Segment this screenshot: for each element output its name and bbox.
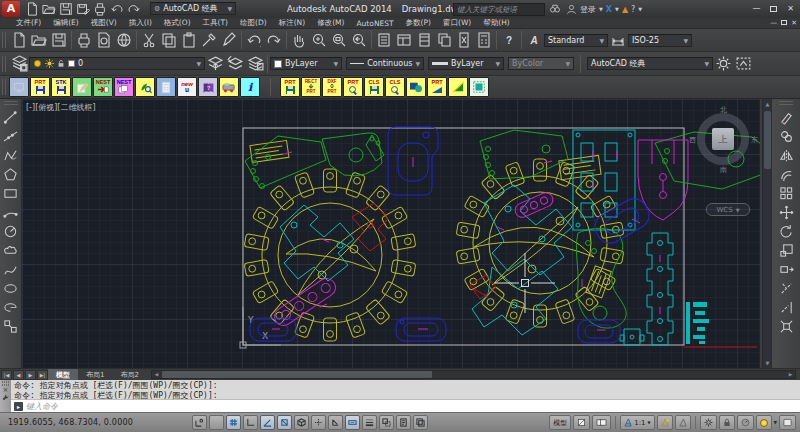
qat-saveas-button[interactable] bbox=[75, 1, 91, 17]
doc-minimize-button[interactable]: — bbox=[770, 20, 777, 27]
polygon-button[interactable] bbox=[2, 165, 20, 183]
plot-preview-button[interactable] bbox=[94, 30, 114, 50]
signin-label[interactable]: 登录 bbox=[580, 4, 596, 15]
menu-edit[interactable]: 编辑(E) bbox=[47, 18, 85, 28]
nest-shapes-button[interactable] bbox=[406, 77, 426, 97]
prt-view-button[interactable]: PRT bbox=[343, 77, 363, 97]
menu-view[interactable]: 视图(V) bbox=[85, 18, 123, 28]
ortho-mode-toggle[interactable] bbox=[243, 415, 258, 430]
search-button[interactable] bbox=[548, 2, 562, 16]
open-button[interactable] bbox=[29, 30, 49, 50]
object-snap-toggle[interactable] bbox=[277, 415, 292, 430]
construction-line-button[interactable] bbox=[2, 127, 20, 145]
annotation-visibility-button[interactable] bbox=[657, 415, 673, 430]
tab-last-button[interactable]: ▶| bbox=[37, 370, 48, 380]
doc-restore-button[interactable] bbox=[781, 20, 787, 27]
erase-button[interactable] bbox=[777, 108, 795, 126]
drawing-canvas[interactable]: [-][俯视][二维线框] Y X bbox=[22, 99, 760, 368]
dynamic-input-toggle[interactable] bbox=[345, 415, 360, 430]
layer-previous-button[interactable] bbox=[225, 54, 245, 74]
nest-calc-button[interactable] bbox=[156, 77, 176, 97]
plot-button[interactable] bbox=[74, 30, 94, 50]
signin-caret-icon[interactable]: ▼ bbox=[599, 6, 603, 12]
ellipse-arc-button[interactable] bbox=[2, 298, 20, 316]
menu-format[interactable]: 格式(O) bbox=[158, 18, 197, 28]
autoscale-button[interactable] bbox=[675, 415, 691, 430]
tab-model[interactable]: 模型 bbox=[48, 369, 78, 381]
text-style-select[interactable]: Standard ▼ bbox=[544, 34, 608, 47]
quick-view-layouts-button[interactable] bbox=[573, 415, 590, 430]
paste-button[interactable] bbox=[179, 30, 199, 50]
markup-button[interactable] bbox=[454, 30, 474, 50]
nest-run-button[interactable]: NEST bbox=[93, 77, 113, 97]
text-style-button[interactable]: A bbox=[524, 30, 544, 50]
scrollbar-thumb[interactable] bbox=[162, 371, 432, 378]
command-grip[interactable] bbox=[2, 381, 9, 383]
viewcube-south[interactable]: 南 bbox=[720, 165, 727, 175]
dim-style-select[interactable]: ISO-25 ▼ bbox=[628, 34, 692, 47]
a360-icon[interactable]: X bbox=[606, 5, 612, 14]
scrollbar-thumb[interactable] bbox=[764, 111, 771, 169]
doc-close-button[interactable]: ✕ bbox=[791, 20, 797, 27]
autocad-logo-icon[interactable]: A bbox=[2, 1, 20, 17]
qat-redo-button[interactable] bbox=[126, 1, 142, 17]
rotate-button[interactable] bbox=[777, 222, 795, 240]
nest-new-version-button[interactable]: newu bbox=[177, 77, 197, 97]
cut-button[interactable] bbox=[139, 30, 159, 50]
help-caret-icon[interactable]: ▼ bbox=[638, 6, 642, 12]
quickcalc-button[interactable] bbox=[474, 30, 494, 50]
menu-autonest[interactable]: AutoNEST bbox=[350, 19, 399, 28]
viewcube-east[interactable]: 东 bbox=[751, 135, 758, 145]
viewcube[interactable]: 北 南 西 东 上 bbox=[690, 107, 758, 173]
menu-modify[interactable]: 修改(M) bbox=[311, 18, 350, 28]
wrench-icon[interactable] bbox=[2, 394, 9, 401]
dxf-to-prt-button[interactable]: DXFPRT bbox=[322, 77, 342, 97]
copy-button[interactable] bbox=[159, 30, 179, 50]
viewport-controls-label[interactable]: [-][俯视][二维线框] bbox=[26, 102, 96, 113]
line-button[interactable] bbox=[2, 108, 20, 126]
nest-prt-save-button[interactable]: PRT bbox=[30, 77, 50, 97]
viewcube-north[interactable]: 北 bbox=[720, 105, 727, 115]
nest-search-button[interactable] bbox=[135, 77, 155, 97]
command-input[interactable] bbox=[26, 402, 797, 411]
toolbar-grip[interactable] bbox=[2, 32, 7, 48]
stretch-button[interactable] bbox=[777, 260, 795, 278]
tab-next-button[interactable]: ▶ bbox=[25, 370, 36, 380]
selection-cycling-toggle[interactable] bbox=[413, 415, 428, 430]
restore-button[interactable] bbox=[766, 2, 781, 15]
nest-stk-save-button[interactable]: STK bbox=[51, 77, 71, 97]
nest-machine-button[interactable] bbox=[219, 77, 239, 97]
command-window-titlebar[interactable]: × bbox=[0, 380, 11, 412]
offset-button[interactable] bbox=[777, 165, 795, 183]
menu-draw[interactable]: 绘图(D) bbox=[234, 18, 273, 28]
minimize-button[interactable]: — bbox=[749, 2, 764, 15]
tab-layout1[interactable]: 布局1 bbox=[78, 369, 112, 381]
lineweight-toggle[interactable] bbox=[362, 415, 377, 430]
qat-save-button[interactable] bbox=[58, 1, 74, 17]
undo-button[interactable] bbox=[244, 30, 264, 50]
arc-button[interactable] bbox=[2, 203, 20, 221]
model-space-button[interactable]: 模型 bbox=[549, 415, 571, 430]
mirror-button[interactable] bbox=[777, 146, 795, 164]
circle-button[interactable] bbox=[2, 222, 20, 240]
qat-plot-button[interactable] bbox=[92, 1, 108, 17]
dynamic-ucs-toggle[interactable] bbox=[328, 415, 343, 430]
workspace-settings-button[interactable] bbox=[713, 54, 733, 74]
designcenter-button[interactable] bbox=[394, 30, 414, 50]
insert-block-button[interactable] bbox=[2, 317, 20, 335]
publish-button[interactable] bbox=[114, 30, 134, 50]
help-button[interactable]: ? bbox=[499, 30, 519, 50]
layer-select[interactable]: 0 ▼ bbox=[29, 57, 205, 70]
cls-view-button[interactable]: CLS bbox=[385, 77, 405, 97]
clean-screen-button[interactable] bbox=[779, 415, 796, 430]
vertical-scrollbar[interactable]: ▲ ▼ bbox=[762, 99, 771, 368]
workspace-select[interactable]: AutoCAD 经典 ▼ bbox=[587, 57, 713, 70]
toolbar-grip[interactable] bbox=[2, 79, 7, 95]
menu-parametric[interactable]: 参数(P) bbox=[400, 18, 437, 28]
help-icon[interactable]: ? bbox=[631, 5, 635, 14]
grid-display-toggle[interactable] bbox=[226, 415, 241, 430]
color-select[interactable]: ByLayer ▼ bbox=[270, 57, 342, 70]
transparency-toggle[interactable] bbox=[379, 415, 394, 430]
match-properties-button[interactable] bbox=[199, 30, 219, 50]
prt-save-disk-button[interactable]: PRT bbox=[280, 77, 300, 97]
